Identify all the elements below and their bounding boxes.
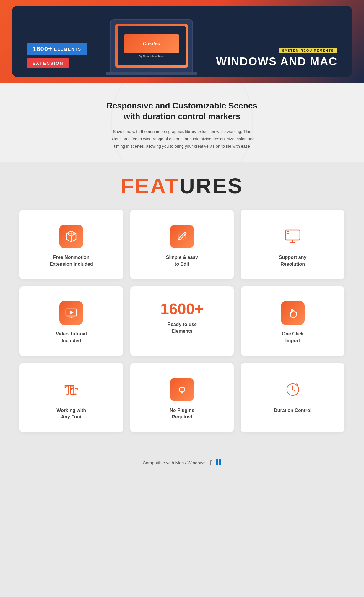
support-resolution-label: Support anyResolution	[279, 254, 306, 267]
simple-edit-icon-wrap	[170, 225, 194, 248]
font-icon: T T	[62, 380, 81, 399]
working-font-icon-wrap: T T	[59, 378, 83, 401]
one-click-label: One ClickImport	[282, 331, 304, 344]
duration-control-icon-wrap	[281, 378, 305, 401]
svg-point-5	[71, 317, 72, 318]
laptop-screen-content: Created By Nonmotion Team	[115, 24, 188, 68]
video-tutorial-label: Video TutorialIncluded	[56, 331, 87, 344]
feature-card-ready-elements: 1600+ Ready to useElements	[130, 286, 234, 356]
extension-badge: EXTENSION	[27, 58, 69, 68]
desc-body: Save time with the nonmotion graphics li…	[108, 128, 256, 150]
feature-card-video-tutorial: Video TutorialIncluded	[20, 286, 123, 356]
description-section: Responsive and Customizable Sceneswith d…	[0, 83, 364, 162]
clock-icon	[283, 380, 302, 399]
no-plugins-label: No PluginsRequired	[170, 407, 194, 421]
touch-icon	[286, 306, 299, 319]
working-font-label: Working withAny Font	[56, 407, 86, 421]
free-nonmotion-label: Free NonmotionExtension Included	[50, 254, 93, 267]
hero-inner: 1600+ ELEMENTS EXTENSION Created By Nonm…	[12, 6, 352, 77]
no-plugins-icon-wrap	[170, 378, 194, 401]
plug-icon	[176, 383, 188, 396]
free-nonmotion-icon-wrap	[59, 225, 83, 248]
feature-card-working-font: T T Working withAny Font	[20, 363, 123, 432]
laptop-by-text: By Nonmotion Team	[139, 55, 165, 58]
svg-rect-8	[180, 388, 184, 391]
features-grid: Free NonmotionExtension Included Simple …	[20, 210, 344, 432]
ready-elements-label: Ready to useElements	[167, 321, 197, 335]
features-title-orange: FEAT	[121, 174, 180, 198]
box-icon	[65, 230, 78, 243]
apple-icon: 	[210, 459, 212, 467]
elements-badge: 1600+ ELEMENTS	[27, 43, 87, 55]
desc-title: Responsive and Customizable Sceneswith d…	[59, 100, 305, 122]
windows-icon	[215, 459, 221, 466]
laptop-screen: Created By Nonmotion Team	[110, 19, 193, 72]
feature-card-free-nonmotion: Free NonmotionExtension Included	[20, 210, 123, 279]
compat-text: Compatible with Mac / Windows	[143, 460, 206, 465]
features-title-dark: URES	[179, 174, 243, 198]
video-tutorial-icon-wrap	[59, 301, 83, 325]
simple-edit-label: Simple & easyto Edit	[166, 254, 198, 267]
compat-icons: 	[210, 459, 221, 467]
monitor-icon	[283, 227, 302, 246]
pen-icon	[176, 230, 188, 243]
svg-rect-10	[216, 459, 218, 462]
system-req-label: SYSTEM REQUIREMENTS	[279, 48, 337, 53]
svg-text:T: T	[71, 386, 77, 396]
feature-card-support-resolution: Support anyResolution	[241, 210, 344, 279]
hero-right: SYSTEM REQUIREMENTS WINDOWS AND MAC	[216, 48, 337, 77]
hero-section: 1600+ ELEMENTS EXTENSION Created By Nonm…	[0, 0, 364, 83]
one-click-icon-wrap	[281, 301, 305, 325]
compat-section: Compatible with Mac / Windows 	[0, 450, 364, 478]
feature-card-no-plugins: No PluginsRequired	[130, 363, 234, 432]
elements-count: 1600+	[32, 45, 52, 53]
feature-card-simple-edit: Simple & easyto Edit	[130, 210, 234, 279]
svg-rect-11	[219, 459, 221, 462]
duration-control-label: Duration Control	[274, 407, 311, 414]
play-icon	[65, 306, 78, 319]
laptop-base	[106, 72, 197, 75]
feature-card-duration-control: Duration Control	[241, 363, 344, 432]
hero-left: 1600+ ELEMENTS EXTENSION	[27, 43, 87, 77]
svg-marker-3	[70, 311, 74, 314]
support-resolution-icon-wrap	[281, 225, 305, 248]
windows-mac-text: WINDOWS AND MAC	[216, 55, 337, 68]
laptop-created-text: Created	[143, 41, 160, 46]
svg-rect-13	[219, 462, 221, 465]
elements-label: ELEMENTS	[54, 47, 81, 51]
features-title: FEATURES	[12, 174, 352, 198]
elements-big-number: 1600+	[160, 301, 204, 317]
features-section: FEATURES Free NonmotionExtension Include…	[0, 162, 364, 450]
hero-center: Created By Nonmotion Team	[87, 19, 216, 77]
svg-point-0	[178, 233, 186, 240]
svg-rect-12	[216, 462, 218, 465]
feature-card-one-click: One ClickImport	[241, 286, 344, 356]
laptop-mockup: Created By Nonmotion Team	[104, 19, 199, 78]
